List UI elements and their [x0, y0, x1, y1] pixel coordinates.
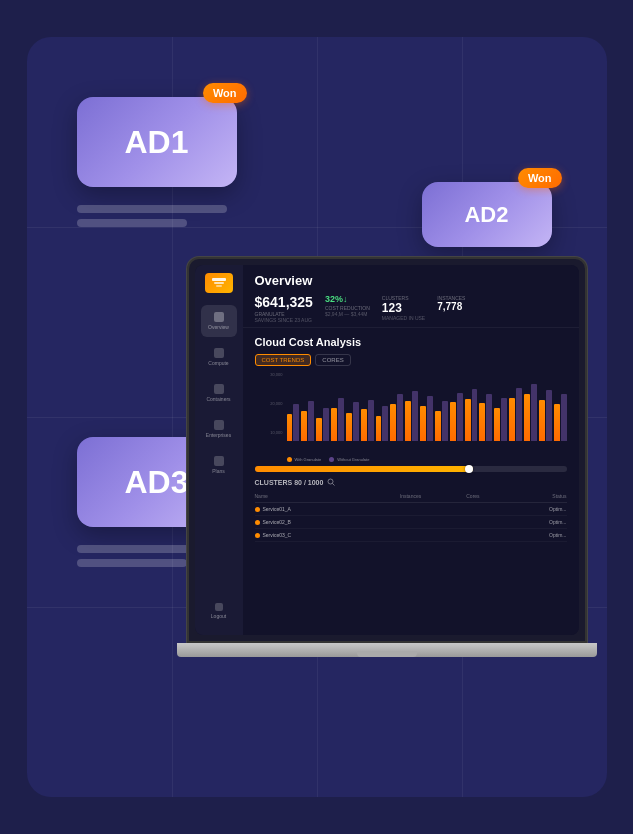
bar-purple-14 — [501, 398, 507, 441]
ad2-label: AD2 — [464, 202, 508, 228]
bar-orange-4 — [346, 413, 352, 441]
table-row: Service03_C Optim... — [255, 529, 567, 542]
svg-rect-1 — [214, 282, 224, 284]
table-title: CLUSTERS 80 / 1000 — [255, 479, 324, 486]
col-header-instances: Instances — [379, 493, 441, 499]
bar-orange-9 — [420, 406, 426, 441]
sidebar-item-plans[interactable]: Plans — [201, 449, 237, 481]
laptop-screen-outer: Overview Compute Containers Enterpr — [187, 257, 587, 643]
bar-group-3 — [331, 398, 344, 441]
row-name-2: Service03_C — [255, 532, 380, 538]
bar-orange-6 — [376, 416, 382, 441]
chart-area — [287, 372, 567, 455]
legend-item-with: With Granulate — [287, 457, 322, 462]
row-name-0: Service01_A — [255, 506, 380, 512]
bar-orange-13 — [479, 403, 485, 441]
bar-purple-12 — [472, 389, 478, 441]
chart-container: 30,000 20,000 10,000 — [255, 372, 567, 462]
bar-group-2 — [316, 408, 329, 441]
table-columns: Name Instances Cores Status — [255, 490, 567, 503]
tab-cost-trends[interactable]: COST TRENDS — [255, 354, 312, 366]
bar-purple-18 — [561, 394, 567, 441]
ad2-card[interactable]: Won AD2 — [422, 182, 552, 247]
bar-orange-1 — [301, 411, 307, 441]
ad1-card[interactable]: Won AD1 — [77, 97, 237, 187]
svg-point-3 — [328, 479, 333, 484]
metric-clusters-sub: MANAGED IN USE — [382, 315, 425, 321]
y-label-3: 10,000 — [255, 430, 283, 435]
ad1-badge: Won — [203, 83, 247, 103]
row-status-2: Optim... — [504, 532, 566, 538]
bar-purple-13 — [486, 394, 492, 441]
topbar: Overview $641,325 GRANULATE SAVINGS SINC… — [243, 265, 579, 328]
y-label-1: 30,000 — [255, 372, 283, 377]
col-header-cores: Cores — [442, 493, 504, 499]
plans-icon — [214, 456, 224, 466]
ad1-line-2 — [77, 219, 187, 227]
chart-y-labels: 30,000 20,000 10,000 — [255, 372, 283, 435]
sidebar-item-containers[interactable]: Containers — [201, 377, 237, 409]
metric-cost: $641,325 GRANULATE SAVINGS SINCE 23 AUG — [255, 294, 313, 323]
svg-rect-2 — [216, 285, 222, 287]
bar-group-7 — [390, 394, 403, 441]
bar-group-4 — [346, 402, 359, 441]
bar-orange-17 — [539, 400, 545, 441]
sidebar-item-overview[interactable]: Overview — [201, 305, 237, 337]
bar-group-16 — [524, 384, 537, 441]
y-label-2: 20,000 — [255, 401, 283, 406]
bar-purple-7 — [397, 394, 403, 441]
svg-rect-0 — [212, 278, 226, 281]
bar-orange-8 — [405, 401, 411, 441]
row-dot-2 — [255, 533, 260, 538]
ad3-label: AD3 — [124, 464, 188, 501]
bar-group-5 — [361, 400, 374, 441]
search-icon[interactable] — [327, 478, 335, 486]
main-container: Won AD1 Won AD2 Won AD3 — [27, 37, 607, 797]
metric-change: 32%↓ COST REDUCTION $2,94,M — $3,44M — [325, 294, 370, 317]
sidebar-label-overview: Overview — [208, 324, 229, 330]
tab-cores[interactable]: CORES — [315, 354, 350, 366]
bar-purple-15 — [516, 388, 522, 441]
bar-purple-0 — [293, 404, 299, 441]
bar-purple-1 — [308, 401, 314, 441]
main-dashboard-content: Overview $641,325 GRANULATE SAVINGS SINC… — [243, 265, 579, 635]
table-section: CLUSTERS 80 / 1000 Name Instances — [255, 478, 567, 542]
bar-group-11 — [450, 393, 463, 441]
metrics-row: $641,325 GRANULATE SAVINGS SINCE 23 AUG … — [255, 294, 567, 323]
metric-clusters-value: 123 — [382, 301, 425, 315]
ad2-badge: Won — [518, 168, 562, 188]
bar-purple-3 — [338, 398, 344, 441]
bar-purple-2 — [323, 408, 329, 441]
table-header-row: CLUSTERS 80 / 1000 — [255, 478, 567, 486]
ad1-label: AD1 — [124, 124, 188, 161]
legend-dot-orange — [287, 457, 292, 462]
sidebar: Overview Compute Containers Enterpr — [195, 265, 243, 635]
bar-group-12 — [465, 389, 478, 441]
bar-group-10 — [435, 401, 448, 441]
range-thumb — [465, 465, 473, 473]
laptop-container: Overview Compute Containers Enterpr — [187, 257, 587, 757]
bar-group-15 — [509, 388, 522, 441]
sidebar-item-compute[interactable]: Compute — [201, 341, 237, 373]
sidebar-logout-label: Logout — [211, 613, 226, 619]
ad1-line-1 — [77, 205, 227, 213]
sidebar-label-plans: Plans — [212, 468, 225, 474]
bar-purple-16 — [531, 384, 537, 441]
bar-purple-17 — [546, 390, 552, 441]
sidebar-logout[interactable]: Logout — [201, 595, 237, 627]
legend-label-with: With Granulate — [295, 457, 322, 462]
bar-purple-11 — [457, 393, 463, 441]
range-track — [255, 466, 473, 472]
sidebar-item-enterprises[interactable]: Enterprises — [201, 413, 237, 445]
bar-purple-4 — [353, 402, 359, 441]
bar-orange-2 — [316, 418, 322, 441]
logout-icon — [215, 603, 223, 611]
containers-icon — [214, 384, 224, 394]
metric-instances: INSTANCES 7,778 — [437, 294, 465, 312]
enterprises-icon — [214, 420, 224, 430]
bar-group-6 — [376, 406, 389, 441]
bar-group-18 — [554, 394, 567, 441]
range-slider[interactable] — [255, 466, 567, 472]
metric-cost-sub: SAVINGS SINCE 23 AUG — [255, 317, 313, 323]
bar-orange-12 — [465, 399, 471, 441]
